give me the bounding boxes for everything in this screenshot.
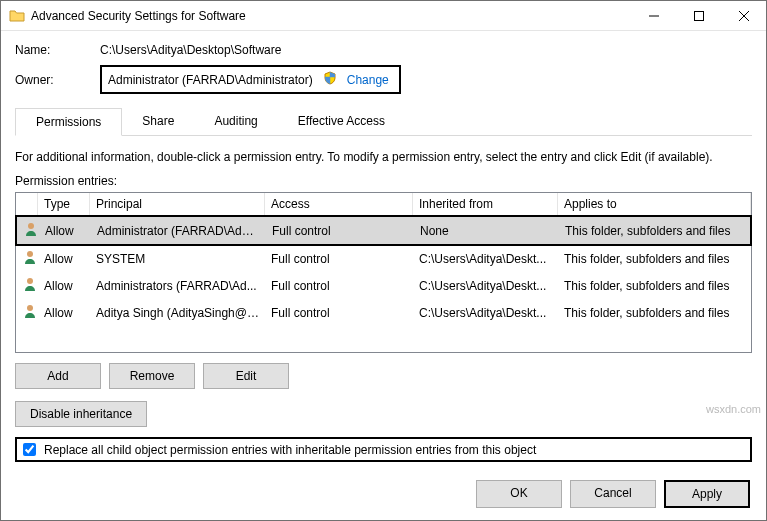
- user-icon: [16, 274, 38, 297]
- cell-principal: Administrators (FARRAD\Ad...: [90, 277, 265, 295]
- col-applies[interactable]: Applies to: [558, 193, 751, 215]
- dialog-footer: OK Cancel Apply: [1, 470, 766, 520]
- cell-access: Full control: [265, 250, 413, 268]
- watermark: wsxdn.com: [706, 403, 761, 415]
- close-button[interactable]: [721, 1, 766, 30]
- tab-permissions[interactable]: Permissions: [15, 108, 122, 136]
- tab-effective-access[interactable]: Effective Access: [278, 108, 405, 135]
- cell-type: Allow: [38, 304, 90, 322]
- content-area: Name: C:\Users\Aditya\Desktop\Software O…: [1, 31, 766, 470]
- cell-applies: This folder, subfolders and files: [558, 304, 751, 322]
- cell-type: Allow: [38, 277, 90, 295]
- shield-icon: [323, 71, 337, 88]
- entries-label: Permission entries:: [15, 174, 752, 188]
- table-header: Type Principal Access Inherited from App…: [16, 193, 751, 216]
- window-title: Advanced Security Settings for Software: [31, 9, 631, 23]
- apply-button[interactable]: Apply: [664, 480, 750, 508]
- ok-button[interactable]: OK: [476, 480, 562, 508]
- cell-inherited: C:\Users\Aditya\Deskt...: [413, 250, 558, 268]
- svg-point-5: [27, 251, 33, 257]
- svg-point-4: [28, 223, 34, 229]
- svg-point-7: [27, 305, 33, 311]
- col-principal[interactable]: Principal: [90, 193, 265, 215]
- table-body: AllowAdministrator (FARRAD\Admi...Full c…: [16, 215, 751, 326]
- table-row[interactable]: AllowSYSTEMFull controlC:\Users\Aditya\D…: [16, 245, 751, 272]
- cell-applies: This folder, subfolders and files: [559, 222, 750, 240]
- cell-access: Full control: [265, 277, 413, 295]
- name-value: C:\Users\Aditya\Desktop\Software: [100, 43, 281, 57]
- cell-applies: This folder, subfolders and files: [558, 277, 751, 295]
- cell-applies: This folder, subfolders and files: [558, 250, 751, 268]
- table-row[interactable]: AllowAditya Singh (AdityaSingh@o...Full …: [16, 299, 751, 326]
- replace-label: Replace all child object permission entr…: [44, 443, 536, 457]
- name-label: Name:: [15, 43, 100, 57]
- cell-type: Allow: [39, 222, 91, 240]
- col-inherited[interactable]: Inherited from: [413, 193, 558, 215]
- svg-rect-1: [694, 11, 703, 20]
- disable-inheritance-row: Disable inheritance: [15, 401, 752, 427]
- permission-table: Type Principal Access Inherited from App…: [15, 192, 752, 353]
- info-text: For additional information, double-click…: [15, 150, 752, 164]
- disable-inheritance-button[interactable]: Disable inheritance: [15, 401, 147, 427]
- col-icon[interactable]: [16, 193, 38, 215]
- col-type[interactable]: Type: [38, 193, 90, 215]
- user-icon: [16, 247, 38, 270]
- replace-checkbox[interactable]: [23, 443, 36, 456]
- owner-row: Owner: Administrator (FARRAD\Administrat…: [15, 65, 752, 94]
- cell-type: Allow: [38, 250, 90, 268]
- table-row[interactable]: AllowAdministrator (FARRAD\Admi...Full c…: [15, 215, 752, 246]
- minimize-button[interactable]: [631, 1, 676, 30]
- cell-access: Full control: [265, 304, 413, 322]
- tab-share[interactable]: Share: [122, 108, 194, 135]
- cell-inherited: C:\Users\Aditya\Deskt...: [413, 304, 558, 322]
- cell-inherited: None: [414, 222, 559, 240]
- maximize-button[interactable]: [676, 1, 721, 30]
- cell-access: Full control: [266, 222, 414, 240]
- remove-button[interactable]: Remove: [109, 363, 195, 389]
- cancel-button[interactable]: Cancel: [570, 480, 656, 508]
- cell-principal: Aditya Singh (AdityaSingh@o...: [90, 304, 265, 322]
- user-icon: [16, 301, 38, 324]
- add-button[interactable]: Add: [15, 363, 101, 389]
- cell-principal: SYSTEM: [90, 250, 265, 268]
- titlebar: Advanced Security Settings for Software: [1, 1, 766, 31]
- svg-point-6: [27, 278, 33, 284]
- table-row[interactable]: AllowAdministrators (FARRAD\Ad...Full co…: [16, 272, 751, 299]
- security-settings-window: Advanced Security Settings for Software …: [0, 0, 767, 521]
- col-access[interactable]: Access: [265, 193, 413, 215]
- replace-checkbox-row[interactable]: Replace all child object permission entr…: [15, 437, 752, 462]
- owner-box: Administrator (FARRAD\Administrator) Cha…: [100, 65, 401, 94]
- tab-strip: Permissions Share Auditing Effective Acc…: [15, 108, 752, 136]
- owner-label: Owner:: [15, 73, 100, 87]
- tab-auditing[interactable]: Auditing: [194, 108, 277, 135]
- owner-value: Administrator (FARRAD\Administrator): [108, 73, 313, 87]
- cell-principal: Administrator (FARRAD\Admi...: [91, 222, 266, 240]
- edit-button[interactable]: Edit: [203, 363, 289, 389]
- entry-buttons: Add Remove Edit: [15, 363, 752, 389]
- user-icon: [17, 219, 39, 242]
- change-owner-link[interactable]: Change: [347, 73, 389, 87]
- cell-inherited: C:\Users\Aditya\Deskt...: [413, 277, 558, 295]
- name-row: Name: C:\Users\Aditya\Desktop\Software: [15, 43, 752, 57]
- folder-icon: [9, 8, 25, 24]
